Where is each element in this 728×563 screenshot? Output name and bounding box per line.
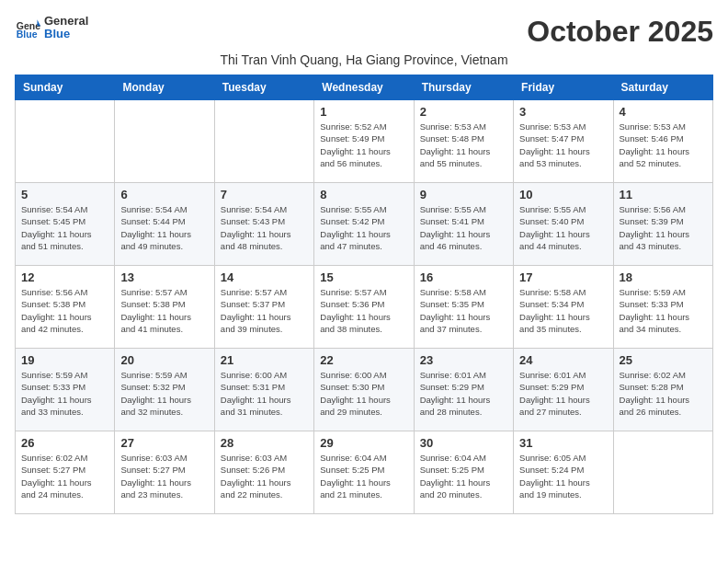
calendar-cell: 25Sunrise: 6:02 AM Sunset: 5:28 PM Dayli… xyxy=(613,349,712,431)
calendar-cell: 11Sunrise: 5:56 AM Sunset: 5:39 PM Dayli… xyxy=(613,183,712,266)
calendar-cell: 28Sunrise: 6:03 AM Sunset: 5:26 PM Dayli… xyxy=(214,431,313,514)
day-number: 19 xyxy=(21,353,108,367)
day-info: Sunrise: 5:56 AM Sunset: 5:38 PM Dayligh… xyxy=(21,286,108,335)
day-number: 3 xyxy=(519,105,607,119)
calendar-cell: 31Sunrise: 6:05 AM Sunset: 5:24 PM Dayli… xyxy=(514,431,613,514)
calendar-cell xyxy=(115,100,214,183)
calendar-cell: 6Sunrise: 5:54 AM Sunset: 5:44 PM Daylig… xyxy=(115,183,214,266)
day-info: Sunrise: 5:59 AM Sunset: 5:33 PM Dayligh… xyxy=(620,286,707,335)
day-number: 16 xyxy=(420,270,507,284)
calendar-cell: 17Sunrise: 5:58 AM Sunset: 5:34 PM Dayli… xyxy=(514,266,613,349)
calendar-cell: 2Sunrise: 5:53 AM Sunset: 5:48 PM Daylig… xyxy=(414,100,513,183)
day-number: 10 xyxy=(519,188,607,201)
calendar-cell: 7Sunrise: 5:54 AM Sunset: 5:43 PM Daylig… xyxy=(214,183,313,266)
day-number: 20 xyxy=(120,353,208,367)
calendar-cell xyxy=(613,431,712,514)
day-info: Sunrise: 5:58 AM Sunset: 5:35 PM Dayligh… xyxy=(420,286,507,335)
day-info: Sunrise: 6:03 AM Sunset: 5:27 PM Dayligh… xyxy=(120,452,208,500)
day-info: Sunrise: 6:00 AM Sunset: 5:30 PM Dayligh… xyxy=(320,369,407,418)
day-number: 24 xyxy=(519,353,607,367)
day-number: 11 xyxy=(620,188,707,201)
day-number: 28 xyxy=(221,436,308,450)
day-info: Sunrise: 5:54 AM Sunset: 5:45 PM Dayligh… xyxy=(21,203,108,252)
day-info: Sunrise: 6:04 AM Sunset: 5:25 PM Dayligh… xyxy=(420,452,507,500)
day-info: Sunrise: 5:57 AM Sunset: 5:36 PM Dayligh… xyxy=(320,286,407,335)
column-header-monday: Monday xyxy=(115,75,214,100)
day-info: Sunrise: 5:53 AM Sunset: 5:46 PM Dayligh… xyxy=(620,121,707,169)
calendar-cell: 29Sunrise: 6:04 AM Sunset: 5:25 PM Dayli… xyxy=(314,431,414,514)
day-info: Sunrise: 5:54 AM Sunset: 5:43 PM Dayligh… xyxy=(221,203,308,252)
calendar-cell: 18Sunrise: 5:59 AM Sunset: 5:33 PM Dayli… xyxy=(613,266,712,349)
day-info: Sunrise: 6:02 AM Sunset: 5:28 PM Dayligh… xyxy=(620,369,707,418)
day-number: 14 xyxy=(221,270,308,284)
logo-blue-text: Blue xyxy=(44,28,88,40)
day-info: Sunrise: 5:57 AM Sunset: 5:38 PM Dayligh… xyxy=(120,286,208,335)
calendar-cell: 24Sunrise: 6:01 AM Sunset: 5:29 PM Dayli… xyxy=(514,349,613,431)
calendar-week-1: 1Sunrise: 5:52 AM Sunset: 5:49 PM Daylig… xyxy=(16,100,713,183)
day-info: Sunrise: 6:01 AM Sunset: 5:29 PM Dayligh… xyxy=(519,369,607,418)
day-number: 30 xyxy=(420,436,507,450)
calendar-cell: 26Sunrise: 6:02 AM Sunset: 5:27 PM Dayli… xyxy=(16,431,115,514)
location-subtitle: Thi Tran Vinh Quang, Ha Giang Province, … xyxy=(15,52,713,67)
day-info: Sunrise: 6:02 AM Sunset: 5:27 PM Dayligh… xyxy=(21,452,108,500)
calendar-cell: 19Sunrise: 5:59 AM Sunset: 5:33 PM Dayli… xyxy=(16,349,115,431)
day-number: 8 xyxy=(320,188,407,201)
calendar-header-row: SundayMondayTuesdayWednesdayThursdayFrid… xyxy=(16,75,713,100)
calendar-cell: 5Sunrise: 5:54 AM Sunset: 5:45 PM Daylig… xyxy=(16,183,115,266)
calendar-cell: 1Sunrise: 5:52 AM Sunset: 5:49 PM Daylig… xyxy=(314,100,414,183)
day-number: 22 xyxy=(320,353,407,367)
calendar-cell: 4Sunrise: 5:53 AM Sunset: 5:46 PM Daylig… xyxy=(613,100,712,183)
calendar-cell xyxy=(214,100,313,183)
day-info: Sunrise: 6:00 AM Sunset: 5:31 PM Dayligh… xyxy=(221,369,308,418)
calendar-cell: 20Sunrise: 5:59 AM Sunset: 5:32 PM Dayli… xyxy=(115,349,214,431)
calendar-cell: 27Sunrise: 6:03 AM Sunset: 5:27 PM Dayli… xyxy=(115,431,214,514)
day-number: 23 xyxy=(420,353,507,367)
day-number: 1 xyxy=(320,105,407,119)
day-number: 31 xyxy=(519,436,607,450)
logo: General Blue General Blue xyxy=(15,15,88,41)
calendar-table: SundayMondayTuesdayWednesdayThursdayFrid… xyxy=(15,75,713,514)
day-info: Sunrise: 5:59 AM Sunset: 5:33 PM Dayligh… xyxy=(21,369,108,418)
day-number: 9 xyxy=(420,188,507,201)
day-number: 17 xyxy=(519,270,607,284)
day-info: Sunrise: 5:55 AM Sunset: 5:42 PM Dayligh… xyxy=(320,203,407,252)
column-header-friday: Friday xyxy=(514,75,613,100)
day-number: 18 xyxy=(620,270,707,284)
calendar-cell: 23Sunrise: 6:01 AM Sunset: 5:29 PM Dayli… xyxy=(414,349,513,431)
calendar-week-4: 19Sunrise: 5:59 AM Sunset: 5:33 PM Dayli… xyxy=(16,349,713,431)
calendar-week-2: 5Sunrise: 5:54 AM Sunset: 5:45 PM Daylig… xyxy=(16,183,713,266)
day-number: 25 xyxy=(620,353,707,367)
day-number: 7 xyxy=(221,188,308,201)
day-info: Sunrise: 5:55 AM Sunset: 5:40 PM Dayligh… xyxy=(519,203,607,252)
calendar-cell: 21Sunrise: 6:00 AM Sunset: 5:31 PM Dayli… xyxy=(214,349,313,431)
logo-icon: General Blue xyxy=(15,15,40,40)
calendar-week-3: 12Sunrise: 5:56 AM Sunset: 5:38 PM Dayli… xyxy=(16,266,713,349)
day-info: Sunrise: 5:53 AM Sunset: 5:48 PM Dayligh… xyxy=(420,121,507,169)
day-info: Sunrise: 5:52 AM Sunset: 5:49 PM Dayligh… xyxy=(320,121,407,169)
day-number: 27 xyxy=(120,436,208,450)
month-title: October 2025 xyxy=(527,15,713,49)
calendar-week-5: 26Sunrise: 6:02 AM Sunset: 5:27 PM Dayli… xyxy=(16,431,713,514)
day-info: Sunrise: 5:59 AM Sunset: 5:32 PM Dayligh… xyxy=(120,369,208,418)
logo-general-text: General xyxy=(44,15,88,28)
day-number: 5 xyxy=(21,188,108,201)
calendar-cell: 3Sunrise: 5:53 AM Sunset: 5:47 PM Daylig… xyxy=(514,100,613,183)
column-header-tuesday: Tuesday xyxy=(214,75,313,100)
calendar-cell: 9Sunrise: 5:55 AM Sunset: 5:41 PM Daylig… xyxy=(414,183,513,266)
day-number: 6 xyxy=(120,188,208,201)
day-number: 26 xyxy=(21,436,108,450)
calendar-cell xyxy=(16,100,115,183)
calendar-cell: 16Sunrise: 5:58 AM Sunset: 5:35 PM Dayli… xyxy=(414,266,513,349)
calendar-cell: 12Sunrise: 5:56 AM Sunset: 5:38 PM Dayli… xyxy=(16,266,115,349)
column-header-thursday: Thursday xyxy=(414,75,513,100)
calendar-cell: 30Sunrise: 6:04 AM Sunset: 5:25 PM Dayli… xyxy=(414,431,513,514)
calendar-cell: 8Sunrise: 5:55 AM Sunset: 5:42 PM Daylig… xyxy=(314,183,414,266)
day-number: 21 xyxy=(221,353,308,367)
day-number: 12 xyxy=(21,270,108,284)
page-header: General Blue General Blue October 2025 xyxy=(15,15,713,49)
svg-text:Blue: Blue xyxy=(17,29,38,40)
day-info: Sunrise: 6:01 AM Sunset: 5:29 PM Dayligh… xyxy=(420,369,507,418)
day-number: 13 xyxy=(120,270,208,284)
day-info: Sunrise: 6:04 AM Sunset: 5:25 PM Dayligh… xyxy=(320,452,407,500)
day-number: 15 xyxy=(320,270,407,284)
